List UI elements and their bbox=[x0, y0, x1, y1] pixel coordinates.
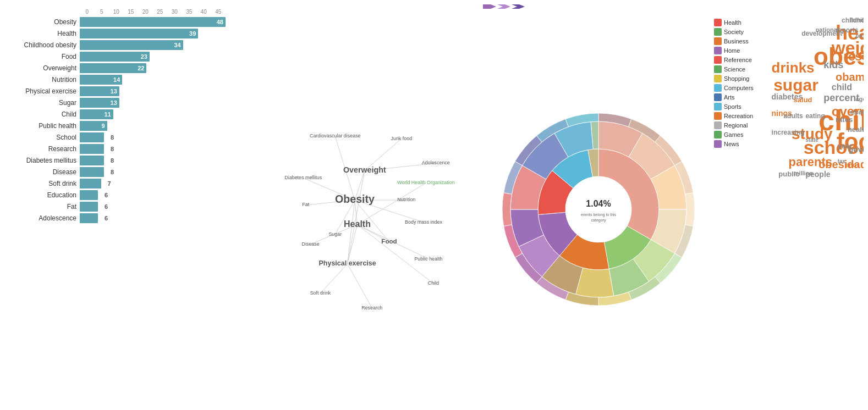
bar-track: 8 bbox=[80, 132, 226, 142]
bar-fill: 48 bbox=[80, 17, 226, 27]
bar-track: 8 bbox=[80, 144, 226, 154]
legend-item[interactable]: Computers bbox=[714, 84, 763, 92]
bar-chart-panel: 051015202530354045 Obesity48Health39Chil… bbox=[0, 0, 231, 410]
legend-item[interactable]: Arts bbox=[714, 93, 763, 101]
bar-track: 48 bbox=[80, 17, 226, 27]
network-node-label: Child bbox=[428, 280, 439, 286]
legend-label: Regional bbox=[724, 122, 748, 129]
breadcrumb-home[interactable] bbox=[483, 4, 496, 9]
axis-label-15: 15 bbox=[124, 9, 139, 15]
bar-label: Diabetes mellitus bbox=[8, 157, 80, 164]
wordcloud-word: tax bbox=[838, 158, 845, 164]
bar-track: 39 bbox=[80, 29, 226, 38]
axis-label-0: 0 bbox=[80, 9, 95, 15]
sunburst-segment[interactable] bbox=[502, 193, 512, 226]
wordcloud-word: national bbox=[816, 26, 839, 33]
bar-label: Public health bbox=[8, 122, 80, 130]
bar-track: 23 bbox=[80, 52, 226, 62]
bar-row: Overweight22 bbox=[8, 63, 226, 73]
bar-row: School8 bbox=[8, 132, 226, 142]
network-node-label: Public health bbox=[414, 256, 442, 262]
bar-label: Soft drink bbox=[8, 180, 80, 187]
bar-row: Education6 bbox=[8, 190, 226, 200]
legend-item[interactable]: Reference bbox=[714, 56, 763, 64]
bar-track: 6 bbox=[80, 190, 226, 200]
wordcloud-word: aged bbox=[855, 96, 864, 102]
axis-label-40: 40 bbox=[196, 9, 211, 15]
sunburst-segment[interactable] bbox=[685, 193, 695, 226]
legend-label: Science bbox=[724, 66, 745, 73]
bar-label: Obesity bbox=[8, 18, 80, 26]
network-edge bbox=[335, 200, 355, 235]
bar-row: Disease8 bbox=[8, 167, 226, 177]
bar-track: 14 bbox=[80, 75, 226, 85]
legend-item[interactable]: Society bbox=[714, 28, 763, 36]
bar-row: Childhood obesity34 bbox=[8, 40, 226, 50]
legend-item[interactable]: News bbox=[714, 140, 763, 148]
legend-color-swatch bbox=[714, 65, 722, 73]
bar-track: 8 bbox=[80, 156, 226, 165]
axis-label-25: 25 bbox=[153, 9, 168, 15]
bar-fill: 8 bbox=[80, 144, 104, 154]
bar-value: 6 bbox=[105, 215, 108, 221]
network-node-label: Research bbox=[361, 305, 382, 311]
sunburst-center-label2: category bbox=[591, 218, 606, 223]
bar-track: 13 bbox=[80, 98, 226, 108]
network-node-label: Food bbox=[381, 237, 397, 245]
legend-color-swatch bbox=[714, 37, 722, 45]
bar-value: 22 bbox=[138, 65, 144, 71]
wordcloud-word: kids bbox=[823, 59, 843, 71]
bar-label: Sugar bbox=[8, 99, 80, 107]
right-panel: 1.04%events belong to thiscategory Healt… bbox=[479, 0, 868, 410]
bar-row: Sugar13 bbox=[8, 98, 226, 108]
network-edge bbox=[357, 225, 433, 284]
legend-item[interactable]: Science bbox=[714, 65, 763, 73]
legend-item[interactable]: Shopping bbox=[714, 75, 763, 82]
bar-fill: 8 bbox=[80, 132, 104, 142]
wordcloud-word: healthy bbox=[848, 125, 864, 134]
legend-item[interactable]: Business bbox=[714, 37, 763, 45]
bar-track: 8 bbox=[80, 167, 226, 177]
legend-item[interactable]: Home bbox=[714, 47, 763, 54]
bar-value: 11 bbox=[104, 111, 111, 118]
bar-value: 13 bbox=[111, 88, 117, 95]
axis-label-35: 35 bbox=[182, 9, 197, 15]
network-node-label: World Health Organization bbox=[397, 180, 454, 185]
bar-fill: 22 bbox=[80, 63, 146, 73]
breadcrumb-parenting[interactable] bbox=[512, 4, 525, 9]
breadcrumb-family[interactable] bbox=[497, 4, 510, 9]
bar-row: Fat6 bbox=[8, 202, 226, 212]
wordcloud-word: students bbox=[850, 109, 864, 115]
legend-item[interactable]: Games bbox=[714, 131, 763, 138]
bar-chart-rows: Obesity48Health39Childhood obesity34Food… bbox=[8, 17, 226, 223]
legend-color-swatch bbox=[714, 19, 722, 26]
wordcloud-word: eating bbox=[805, 112, 825, 120]
legend-label: Computers bbox=[724, 85, 754, 91]
sunburst-center bbox=[565, 176, 631, 242]
legend-item[interactable]: Recreation bbox=[714, 112, 763, 120]
legend-color-swatch bbox=[714, 140, 722, 148]
wordcloud-word: child bbox=[832, 82, 852, 92]
bar-value: 23 bbox=[141, 53, 147, 60]
legend-label: Business bbox=[724, 38, 749, 45]
legend-label: Recreation bbox=[724, 113, 753, 119]
legend-item[interactable]: Sports bbox=[714, 103, 763, 110]
legend-item[interactable]: Regional bbox=[714, 121, 763, 129]
network-edge bbox=[348, 200, 355, 264]
bar-label: Disease bbox=[8, 168, 80, 176]
legend-color-swatch bbox=[714, 84, 722, 92]
bar-track: 9 bbox=[80, 121, 226, 131]
network-node-label: Nutrition bbox=[397, 197, 415, 202]
network-node-label: Adolescence bbox=[422, 160, 450, 165]
bar-label: Child bbox=[8, 110, 80, 118]
bar-fill: 14 bbox=[80, 75, 122, 85]
legend-item[interactable]: Health bbox=[714, 19, 763, 26]
bar-row: Obesity48 bbox=[8, 17, 226, 27]
network-node-label: Physical exercise bbox=[318, 259, 376, 267]
bar-label: Fat bbox=[8, 203, 80, 210]
wordcloud-word: rates bbox=[836, 115, 853, 124]
bar-fill: 34 bbox=[80, 40, 183, 50]
wordcloud-word: childhood bbox=[842, 16, 864, 24]
axis-labels: 051015202530354045 bbox=[80, 9, 226, 15]
legend-label: News bbox=[724, 141, 739, 147]
